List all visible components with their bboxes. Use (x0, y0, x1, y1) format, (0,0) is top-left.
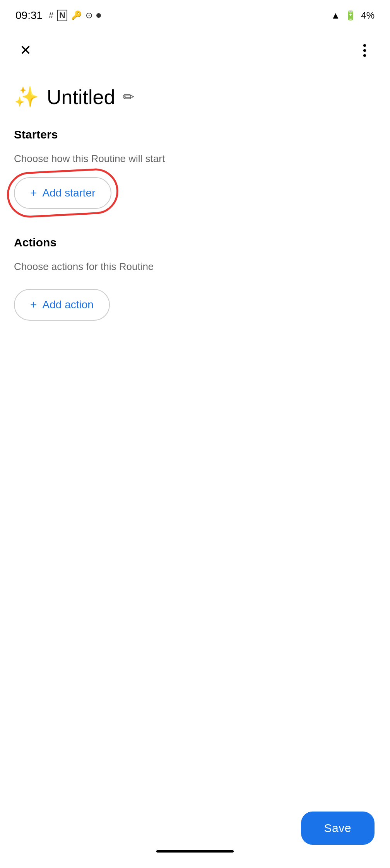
app-bar: ✕ (0, 31, 390, 70)
battery-percent: 4% (361, 10, 375, 21)
status-time: 09:31 (15, 9, 43, 22)
bottom-nav-indicator (156, 850, 234, 853)
dot-icon (96, 13, 101, 18)
add-starter-button[interactable]: + Add starter (14, 177, 111, 209)
main-content: ✨ Untitled ✏ Starters Choose how this Ro… (0, 70, 390, 321)
more-icon (363, 44, 366, 57)
status-bar: 09:31 # N 🔑 ⊙ ▲ 🔋 4% (0, 0, 390, 31)
dot2 (363, 49, 366, 52)
add-starter-wrapper: + Add starter (14, 177, 111, 209)
routine-title: Untitled (47, 85, 115, 109)
close-icon: ✕ (20, 42, 31, 58)
actions-title: Actions (14, 236, 376, 249)
add-starter-label: Add starter (43, 187, 96, 199)
starters-title: Starters (14, 128, 376, 141)
n-icon: N (57, 10, 67, 21)
hash-icon: # (49, 10, 53, 21)
battery-icon: 🔋 (345, 10, 356, 21)
status-left: 09:31 # N 🔑 ⊙ (15, 9, 101, 22)
add-action-button[interactable]: + Add action (14, 289, 110, 321)
edit-icon[interactable]: ✏ (123, 89, 134, 105)
dot3 (363, 54, 366, 57)
actions-section: Actions Choose actions for this Routine … (14, 236, 376, 321)
save-button-container: Save (301, 812, 375, 845)
sparkle-icon: ✨ (14, 85, 39, 109)
add-starter-plus-icon: + (30, 186, 37, 200)
key-icon: 🔑 (71, 10, 82, 21)
starters-description: Choose how this Routine will start (14, 153, 376, 165)
status-right: ▲ 🔋 4% (331, 10, 375, 21)
add-action-plus-icon: + (30, 298, 37, 311)
title-area: ✨ Untitled ✏ (14, 85, 376, 109)
instagram-icon: ⊙ (86, 10, 92, 21)
dot1 (363, 44, 366, 47)
actions-description: Choose actions for this Routine (14, 261, 376, 273)
wifi-icon: ▲ (331, 10, 340, 21)
status-icons: # N 🔑 ⊙ (49, 10, 101, 21)
starters-section: Starters Choose how this Routine will st… (14, 128, 376, 232)
add-action-label: Add action (43, 299, 94, 311)
save-button[interactable]: Save (301, 812, 375, 845)
close-button[interactable]: ✕ (14, 39, 37, 62)
more-button[interactable] (353, 39, 376, 62)
